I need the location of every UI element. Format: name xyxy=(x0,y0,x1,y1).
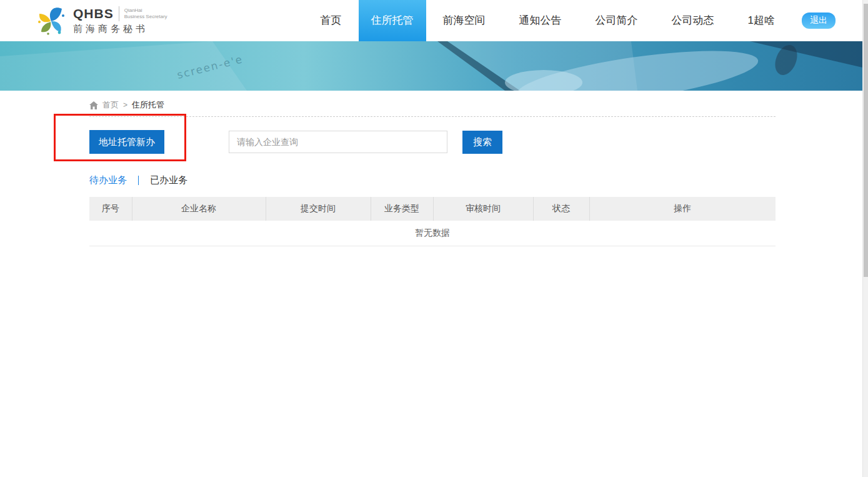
breadcrumb-home[interactable]: 首页 xyxy=(102,99,119,111)
logo[interactable]: QHBS QianHai Business Secretary 前海商务秘书 xyxy=(34,4,167,37)
logo-pinwheel-icon xyxy=(34,4,67,37)
main-nav: 首页 住所托管 前海空间 通知公告 公司简介 公司动态 1超啥 退出 xyxy=(304,0,868,41)
logo-divider xyxy=(119,6,119,21)
logout-button[interactable]: 退出 xyxy=(802,13,836,29)
logo-abbr: QHBS xyxy=(73,6,114,21)
enterprise-search-input[interactable] xyxy=(229,131,447,153)
new-address-hosting-button[interactable]: 地址托管新办 xyxy=(89,130,164,154)
nav-item-notices[interactable]: 通知公告 xyxy=(502,0,579,41)
user-name[interactable]: 1超啥 xyxy=(731,0,792,41)
column-review-time: 审核时间 xyxy=(433,197,533,221)
action-row: 地址托管新办 搜索 xyxy=(89,130,776,154)
logo-chinese-name: 前海商务秘书 xyxy=(73,23,167,35)
nav-item-residence-hosting[interactable]: 住所托管 xyxy=(359,0,426,41)
column-submit-time: 提交时间 xyxy=(266,197,371,221)
nav-item-home[interactable]: 首页 xyxy=(304,0,359,41)
nav-item-company-profile[interactable]: 公司简介 xyxy=(579,0,655,41)
banner-image: screen-e'e xyxy=(0,41,868,91)
column-serial-number: 序号 xyxy=(89,197,132,221)
tab-pending-business[interactable]: 待办业务 xyxy=(89,174,127,186)
tab-completed-business[interactable]: 已办业务 xyxy=(150,174,187,186)
breadcrumb-separator: > xyxy=(123,101,127,109)
empty-data-text: 暂无数据 xyxy=(89,221,776,246)
business-table: 序号 企业名称 提交时间 业务类型 审核时间 状态 操作 暂无数据 xyxy=(89,197,776,246)
column-business-type: 业务类型 xyxy=(371,197,433,221)
logo-subtitle: QianHai Business Secretary xyxy=(124,8,167,21)
scrollbar-thumb[interactable] xyxy=(864,4,868,277)
dashed-divider xyxy=(89,116,776,117)
business-tabs: 待办业务 已办业务 xyxy=(89,174,776,186)
main-content: 首页 > 住所托管 地址托管新办 搜索 待办业务 已办业务 序号 企业名称 提交… xyxy=(89,91,776,246)
vertical-scrollbar[interactable] xyxy=(862,0,868,477)
column-status: 状态 xyxy=(533,197,589,221)
empty-row: 暂无数据 xyxy=(89,221,776,246)
breadcrumb: 首页 > 住所托管 xyxy=(89,91,776,111)
column-operation: 操作 xyxy=(589,197,776,221)
logo-text: QHBS QianHai Business Secretary 前海商务秘书 xyxy=(73,6,167,35)
column-enterprise-name: 企业名称 xyxy=(132,197,266,221)
nav-item-qianhai-space[interactable]: 前海空间 xyxy=(426,0,502,41)
top-bar: QHBS QianHai Business Secretary 前海商务秘书 首… xyxy=(0,0,868,41)
breadcrumb-current: 住所托管 xyxy=(132,99,164,111)
tab-divider xyxy=(138,176,139,185)
home-icon xyxy=(89,101,98,109)
search-button[interactable]: 搜索 xyxy=(462,131,502,154)
table-header-row: 序号 企业名称 提交时间 业务类型 审核时间 状态 操作 xyxy=(89,197,776,221)
nav-item-company-news[interactable]: 公司动态 xyxy=(655,0,731,41)
